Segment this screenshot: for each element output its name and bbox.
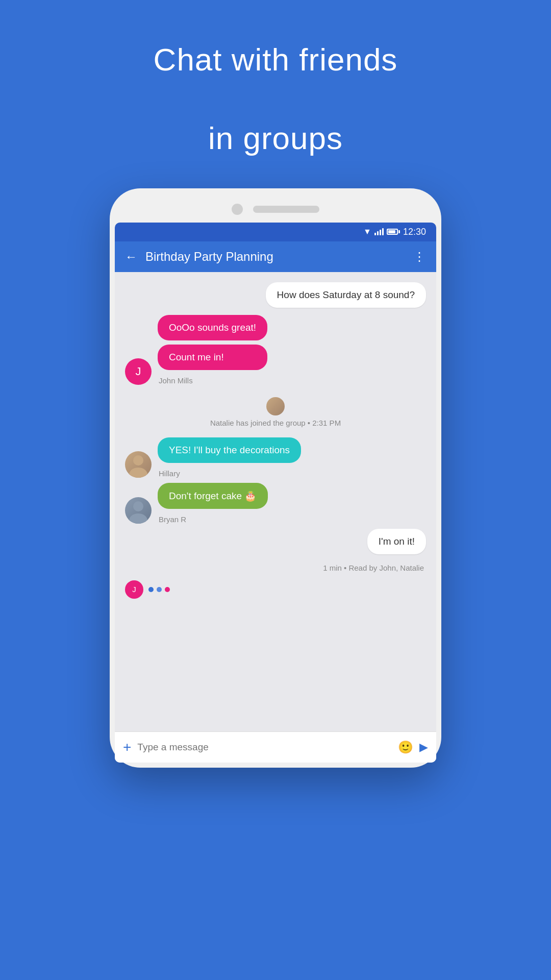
message-bubble: I'm on it! bbox=[367, 529, 426, 554]
status-bar: ▼ 12:30 bbox=[115, 223, 436, 241]
svg-point-3 bbox=[129, 513, 147, 524]
message-bubble: Count me in! bbox=[158, 345, 267, 370]
message-bubble: OoOo sounds great! bbox=[158, 315, 267, 340]
phone-mockup: ▼ 12:30 ← bbox=[110, 188, 441, 768]
avatar bbox=[125, 497, 152, 524]
message-row: I'm on it! bbox=[125, 529, 426, 554]
message-row: YES! I'll buy the decorations Hillary bbox=[125, 437, 426, 478]
sender-name: Bryan R bbox=[159, 515, 268, 524]
earpiece bbox=[253, 206, 319, 213]
back-button[interactable]: ← bbox=[125, 250, 137, 264]
phone-screen: ▼ 12:30 ← bbox=[115, 223, 436, 763]
status-time: 12:30 bbox=[403, 227, 426, 237]
message-text: I'm on it! bbox=[379, 536, 415, 547]
message-input[interactable] bbox=[137, 742, 392, 753]
system-text: Natalie has joined the group • 2:31 PM bbox=[210, 419, 341, 427]
header-line2: in groups bbox=[154, 119, 398, 157]
message-bubble: Don't forget cake 🎂 bbox=[158, 483, 268, 509]
more-options-button[interactable]: ⋮ bbox=[413, 250, 426, 264]
svg-point-1 bbox=[129, 468, 147, 478]
avatar: J bbox=[125, 358, 152, 385]
typing-indicator: J bbox=[125, 580, 426, 599]
svg-point-0 bbox=[133, 455, 143, 465]
phone-hardware-top bbox=[115, 204, 436, 215]
message-text: Count me in! bbox=[169, 352, 224, 362]
add-button[interactable]: + bbox=[123, 739, 131, 755]
conversation-title: Birthday Party Planning bbox=[145, 250, 413, 264]
message-row: Don't forget cake 🎂 Bryan R bbox=[125, 483, 426, 524]
chat-area: How does Saturday at 8 sound? J OoOo sou… bbox=[115, 272, 436, 731]
avatar bbox=[125, 451, 152, 478]
emoji-button[interactable]: 🙂 bbox=[398, 740, 413, 754]
sender-name: Hillary bbox=[159, 469, 301, 478]
header-line1: Chat with friends bbox=[154, 41, 398, 79]
front-camera bbox=[232, 204, 243, 215]
message-text: Don't forget cake 🎂 bbox=[169, 491, 257, 501]
typing-dots bbox=[148, 587, 170, 592]
message-row: J OoOo sounds great! Count me in! John M… bbox=[125, 315, 426, 385]
wifi-icon: ▼ bbox=[363, 227, 371, 236]
status-icons: ▼ 12:30 bbox=[363, 227, 426, 237]
app-bar: ← Birthday Party Planning ⋮ bbox=[115, 241, 436, 272]
message-text: OoOo sounds great! bbox=[169, 322, 256, 333]
battery-icon bbox=[387, 229, 400, 235]
send-button[interactable]: ▶ bbox=[419, 741, 428, 754]
avatar bbox=[266, 397, 285, 415]
typing-dot bbox=[165, 587, 170, 592]
header-tagline: Chat with friends in groups bbox=[154, 0, 398, 158]
typing-avatar: J bbox=[125, 580, 143, 599]
typing-dot bbox=[148, 587, 154, 592]
svg-point-2 bbox=[133, 501, 143, 511]
message-bubble: How does Saturday at 8 sound? bbox=[266, 282, 426, 308]
input-bar: + 🙂 ▶ bbox=[115, 731, 436, 763]
typing-dot bbox=[157, 587, 162, 592]
signal-icon bbox=[374, 228, 384, 235]
system-message: Natalie has joined the group • 2:31 PM bbox=[125, 397, 426, 427]
message-row: How does Saturday at 8 sound? bbox=[125, 282, 426, 308]
message-stack: YES! I'll buy the decorations Hillary bbox=[158, 437, 301, 478]
message-text: How does Saturday at 8 sound? bbox=[277, 289, 415, 300]
message-stack: OoOo sounds great! Count me in! John Mil… bbox=[158, 315, 267, 385]
message-bubble: YES! I'll buy the decorations bbox=[158, 437, 301, 463]
read-receipt: 1 min • Read by John, Natalie bbox=[125, 564, 424, 572]
message-text: YES! I'll buy the decorations bbox=[169, 445, 290, 455]
sender-name: John Mills bbox=[159, 376, 267, 385]
message-stack: Don't forget cake 🎂 Bryan R bbox=[158, 483, 268, 524]
